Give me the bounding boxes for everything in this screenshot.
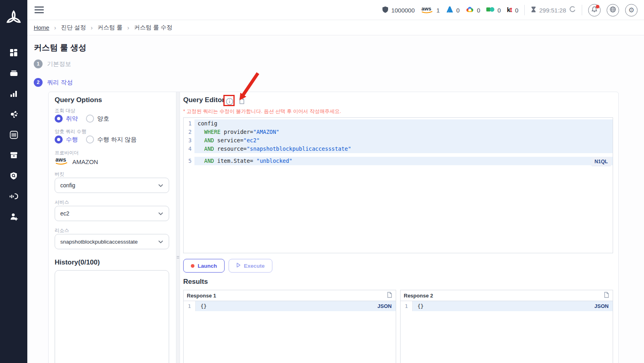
response-2-copy-button[interactable] xyxy=(603,291,609,299)
session-timer: 299:51:28 xyxy=(531,6,576,14)
line-number: 1 xyxy=(401,301,413,311)
svg-text:aws: aws xyxy=(421,6,431,12)
cluster-icon[interactable] xyxy=(9,110,18,119)
response-2-title: Response 2 xyxy=(404,293,433,299)
annotation-highlight-box xyxy=(223,95,235,106)
radio-no-run[interactable] xyxy=(86,135,94,144)
radio-vulnerable[interactable] xyxy=(55,115,63,123)
service-label: 서비스 xyxy=(55,199,69,206)
response-1-copy-button[interactable] xyxy=(386,291,393,299)
radio-run-label: 수행 xyxy=(66,136,78,144)
app-logo-triquetra-icon[interactable] xyxy=(6,9,22,29)
chevron-down-icon xyxy=(158,210,164,217)
ncloud-icon xyxy=(486,6,495,14)
line-number: 1 xyxy=(184,119,194,128)
hourglass-icon xyxy=(531,6,536,14)
shield-icon xyxy=(382,6,388,14)
response-1-title: Response 1 xyxy=(187,293,216,299)
target-radio-group: 취약 양호 xyxy=(55,115,109,123)
query-options-title: Query Options xyxy=(55,96,102,104)
language-button[interactable] xyxy=(607,4,619,16)
page-title: 커스텀 룰 생성 xyxy=(34,42,86,53)
step-number: 1 xyxy=(34,59,43,68)
provider-name: AMAZON xyxy=(72,158,98,165)
step-basic-info[interactable]: 1 기본정보 xyxy=(34,59,71,68)
code-line[interactable]: 1config xyxy=(184,119,613,128)
line-number: 1 xyxy=(184,301,196,311)
chevron-right-icon: › xyxy=(91,24,93,31)
storage-icon[interactable] xyxy=(9,69,18,78)
user-settings-icon[interactable] xyxy=(9,212,18,221)
ncloud-stat: 0 xyxy=(486,6,501,14)
code-line[interactable]: 4 AND resource="snapshotblockpublicacces… xyxy=(184,145,613,153)
aws-count: 1 xyxy=(436,7,440,14)
bucket-select[interactable]: config xyxy=(55,178,169,193)
query-editor-warning: * 고정된 쿼리는 수정이 불가합니다. 옵션 선택 후 이어서 작성해주세요. xyxy=(183,108,341,115)
step-query-write[interactable]: 2 쿼리 작성 xyxy=(34,78,73,87)
provider-value: aws AMAZON xyxy=(55,156,98,167)
archive-icon[interactable] xyxy=(9,151,18,160)
query-editor-copy-button[interactable] xyxy=(238,97,245,107)
radio-good[interactable] xyxy=(86,115,94,123)
step-number: 2 xyxy=(34,78,43,87)
gcp-stat: 0 xyxy=(466,6,480,14)
step-label: 기본정보 xyxy=(47,60,71,68)
refresh-icon[interactable] xyxy=(569,6,576,14)
hamburger-menu-icon[interactable] xyxy=(35,6,44,15)
good-query-radio-group: 수행 수행 하지 않음 xyxy=(55,135,137,144)
code-line[interactable]: 3 AND service="ec2" xyxy=(184,136,613,145)
timer-value: 299:51:28 xyxy=(539,7,566,14)
aws-icon: aws xyxy=(55,156,68,167)
ncloud-count: 0 xyxy=(497,7,501,14)
breadcrumb-diagnosis-settings[interactable]: 진단 설정 xyxy=(61,24,86,31)
chevron-down-icon xyxy=(158,182,164,189)
query-builder-card: Query Options 조회 대상 취약 양호 양호 쿼리 수행 수행 수행… xyxy=(48,92,619,363)
gcp-count: 0 xyxy=(477,7,480,14)
good-query-label: 양호 쿼리 수행 xyxy=(55,128,86,135)
breadcrumb-home[interactable]: Home xyxy=(34,25,49,31)
play-icon xyxy=(236,263,241,269)
target-label: 조회 대상 xyxy=(55,107,75,114)
kt-icon: kt xyxy=(507,6,512,14)
azure-stat: 0 xyxy=(446,6,460,14)
response-1-content: {} xyxy=(200,303,207,309)
radio-good-label: 양호 xyxy=(97,115,109,123)
launch-button[interactable]: Launch xyxy=(183,259,225,273)
service-select[interactable]: ec2 xyxy=(55,206,169,221)
chevron-right-icon: › xyxy=(127,24,129,31)
line-number: 4 xyxy=(184,145,194,153)
service-value: ec2 xyxy=(60,210,70,217)
code-line[interactable]: 2 WHERE provider="AMAZON" xyxy=(184,128,613,136)
history-list[interactable] xyxy=(55,270,169,363)
resource-select[interactable]: snapshotblockpublicaccessstate xyxy=(55,234,169,249)
gear-icon: ⚙ xyxy=(628,7,634,14)
panel-splitter[interactable] xyxy=(176,92,180,363)
settings-button[interactable]: ⚙ xyxy=(625,4,638,16)
response-1-line[interactable]: 1 {} JSON xyxy=(184,301,396,311)
svg-text:aws: aws xyxy=(55,156,66,163)
response-2-line[interactable]: 1 {} JSON xyxy=(401,301,613,311)
response-2-content: {} xyxy=(417,303,424,309)
chevron-right-icon: › xyxy=(54,24,56,31)
globe-icon xyxy=(609,6,616,14)
radio-run[interactable] xyxy=(55,135,63,144)
analytics-icon[interactable] xyxy=(9,89,18,98)
breadcrumb: Home › 진단 설정 › 커스텀 룰 › 커스텀 룰 수정 xyxy=(27,20,644,35)
execute-button[interactable]: Execute xyxy=(229,259,272,273)
step-label: 쿼리 작성 xyxy=(47,79,73,86)
signal-icon[interactable] xyxy=(9,192,18,201)
code-line[interactable]: 5 AND item.State= "unblocked"N1QL xyxy=(184,157,613,165)
radio-vulnerable-label: 취약 xyxy=(66,115,78,123)
query-editor[interactable]: 1config2 WHERE provider="AMAZON"3 AND se… xyxy=(183,117,613,253)
bucket-value: config xyxy=(60,182,75,189)
breadcrumb-custom-rule-edit[interactable]: 커스텀 룰 수정 xyxy=(134,24,172,31)
dashboard-icon[interactable] xyxy=(9,48,18,57)
barcode-icon[interactable] xyxy=(9,130,18,139)
breadcrumb-custom-rule[interactable]: 커스텀 룰 xyxy=(98,24,123,31)
divider xyxy=(582,5,582,15)
shield-search-icon[interactable] xyxy=(9,171,18,180)
json-badge: JSON xyxy=(378,303,392,309)
notification-badge xyxy=(596,5,599,8)
copy-icon xyxy=(238,97,245,105)
notifications-button[interactable] xyxy=(588,4,601,16)
